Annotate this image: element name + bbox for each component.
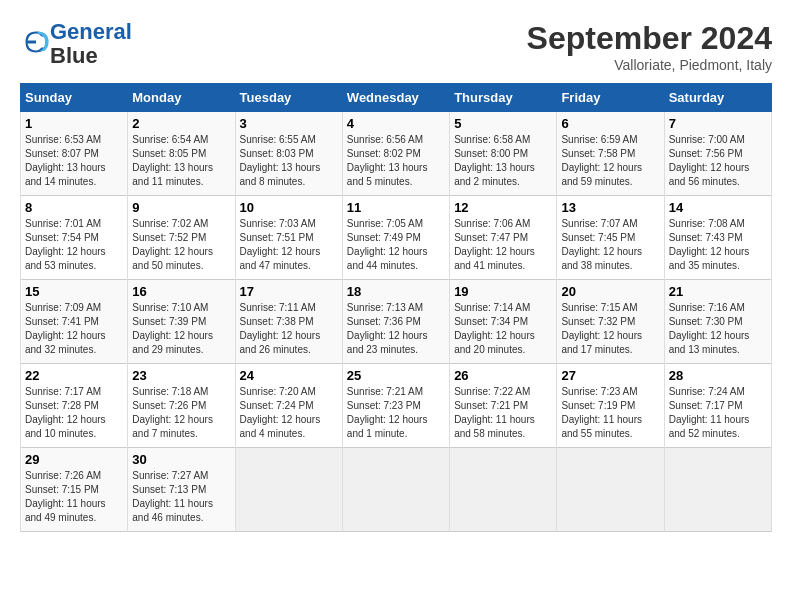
day-info: Sunrise: 6:55 AM Sunset: 8:03 PM Dayligh… [240, 133, 338, 189]
day-number: 1 [25, 116, 123, 131]
day-cell: 20 Sunrise: 7:15 AM Sunset: 7:32 PM Dayl… [557, 280, 664, 364]
day-number: 2 [132, 116, 230, 131]
day-cell: 1 Sunrise: 6:53 AM Sunset: 8:07 PM Dayli… [21, 112, 128, 196]
day-cell: 13 Sunrise: 7:07 AM Sunset: 7:45 PM Dayl… [557, 196, 664, 280]
day-number: 16 [132, 284, 230, 299]
day-cell: 9 Sunrise: 7:02 AM Sunset: 7:52 PM Dayli… [128, 196, 235, 280]
month-title: September 2024 [527, 20, 772, 57]
day-cell: 21 Sunrise: 7:16 AM Sunset: 7:30 PM Dayl… [664, 280, 771, 364]
header-cell-thursday: Thursday [450, 84, 557, 112]
day-info: Sunrise: 7:06 AM Sunset: 7:47 PM Dayligh… [454, 217, 552, 273]
day-info: Sunrise: 7:09 AM Sunset: 7:41 PM Dayligh… [25, 301, 123, 357]
day-cell: 30 Sunrise: 7:27 AM Sunset: 7:13 PM Dayl… [128, 448, 235, 532]
day-info: Sunrise: 7:15 AM Sunset: 7:32 PM Dayligh… [561, 301, 659, 357]
day-info: Sunrise: 7:20 AM Sunset: 7:24 PM Dayligh… [240, 385, 338, 441]
day-info: Sunrise: 7:11 AM Sunset: 7:38 PM Dayligh… [240, 301, 338, 357]
day-cell: 29 Sunrise: 7:26 AM Sunset: 7:15 PM Dayl… [21, 448, 128, 532]
day-number: 5 [454, 116, 552, 131]
day-cell: 14 Sunrise: 7:08 AM Sunset: 7:43 PM Dayl… [664, 196, 771, 280]
header-cell-wednesday: Wednesday [342, 84, 449, 112]
day-number: 28 [669, 368, 767, 383]
day-number: 4 [347, 116, 445, 131]
day-cell: 11 Sunrise: 7:05 AM Sunset: 7:49 PM Dayl… [342, 196, 449, 280]
day-number: 7 [669, 116, 767, 131]
day-info: Sunrise: 7:18 AM Sunset: 7:26 PM Dayligh… [132, 385, 230, 441]
day-info: Sunrise: 7:26 AM Sunset: 7:15 PM Dayligh… [25, 469, 123, 525]
day-cell [450, 448, 557, 532]
day-info: Sunrise: 7:21 AM Sunset: 7:23 PM Dayligh… [347, 385, 445, 441]
day-cell: 15 Sunrise: 7:09 AM Sunset: 7:41 PM Dayl… [21, 280, 128, 364]
day-info: Sunrise: 7:02 AM Sunset: 7:52 PM Dayligh… [132, 217, 230, 273]
logo-icon [22, 28, 50, 56]
day-cell: 2 Sunrise: 6:54 AM Sunset: 8:05 PM Dayli… [128, 112, 235, 196]
day-cell: 19 Sunrise: 7:14 AM Sunset: 7:34 PM Dayl… [450, 280, 557, 364]
day-number: 29 [25, 452, 123, 467]
header-cell-tuesday: Tuesday [235, 84, 342, 112]
page-header: General Blue September 2024 Valloriate, … [20, 20, 772, 73]
day-info: Sunrise: 7:10 AM Sunset: 7:39 PM Dayligh… [132, 301, 230, 357]
day-number: 6 [561, 116, 659, 131]
day-info: Sunrise: 6:56 AM Sunset: 8:02 PM Dayligh… [347, 133, 445, 189]
day-cell [235, 448, 342, 532]
day-info: Sunrise: 7:05 AM Sunset: 7:49 PM Dayligh… [347, 217, 445, 273]
day-number: 12 [454, 200, 552, 215]
day-cell: 22 Sunrise: 7:17 AM Sunset: 7:28 PM Dayl… [21, 364, 128, 448]
day-info: Sunrise: 6:58 AM Sunset: 8:00 PM Dayligh… [454, 133, 552, 189]
day-cell: 16 Sunrise: 7:10 AM Sunset: 7:39 PM Dayl… [128, 280, 235, 364]
week-row-1: 1 Sunrise: 6:53 AM Sunset: 8:07 PM Dayli… [21, 112, 772, 196]
day-cell: 4 Sunrise: 6:56 AM Sunset: 8:02 PM Dayli… [342, 112, 449, 196]
day-cell: 24 Sunrise: 7:20 AM Sunset: 7:24 PM Dayl… [235, 364, 342, 448]
day-info: Sunrise: 7:08 AM Sunset: 7:43 PM Dayligh… [669, 217, 767, 273]
day-cell: 17 Sunrise: 7:11 AM Sunset: 7:38 PM Dayl… [235, 280, 342, 364]
day-number: 14 [669, 200, 767, 215]
header-cell-friday: Friday [557, 84, 664, 112]
day-info: Sunrise: 7:03 AM Sunset: 7:51 PM Dayligh… [240, 217, 338, 273]
day-number: 13 [561, 200, 659, 215]
header-cell-saturday: Saturday [664, 84, 771, 112]
logo-line2: Blue [50, 43, 98, 68]
day-cell: 23 Sunrise: 7:18 AM Sunset: 7:26 PM Dayl… [128, 364, 235, 448]
day-cell: 26 Sunrise: 7:22 AM Sunset: 7:21 PM Dayl… [450, 364, 557, 448]
week-row-3: 15 Sunrise: 7:09 AM Sunset: 7:41 PM Dayl… [21, 280, 772, 364]
title-block: September 2024 Valloriate, Piedmont, Ita… [527, 20, 772, 73]
header-cell-sunday: Sunday [21, 84, 128, 112]
week-row-2: 8 Sunrise: 7:01 AM Sunset: 7:54 PM Dayli… [21, 196, 772, 280]
day-info: Sunrise: 7:07 AM Sunset: 7:45 PM Dayligh… [561, 217, 659, 273]
day-info: Sunrise: 6:54 AM Sunset: 8:05 PM Dayligh… [132, 133, 230, 189]
logo-line1: General [50, 19, 132, 44]
day-info: Sunrise: 7:13 AM Sunset: 7:36 PM Dayligh… [347, 301, 445, 357]
header-cell-monday: Monday [128, 84, 235, 112]
day-number: 22 [25, 368, 123, 383]
day-info: Sunrise: 6:59 AM Sunset: 7:58 PM Dayligh… [561, 133, 659, 189]
week-row-4: 22 Sunrise: 7:17 AM Sunset: 7:28 PM Dayl… [21, 364, 772, 448]
calendar-body: 1 Sunrise: 6:53 AM Sunset: 8:07 PM Dayli… [21, 112, 772, 532]
day-number: 26 [454, 368, 552, 383]
day-number: 3 [240, 116, 338, 131]
day-number: 23 [132, 368, 230, 383]
day-number: 27 [561, 368, 659, 383]
day-cell: 6 Sunrise: 6:59 AM Sunset: 7:58 PM Dayli… [557, 112, 664, 196]
day-number: 24 [240, 368, 338, 383]
header-row: SundayMondayTuesdayWednesdayThursdayFrid… [21, 84, 772, 112]
day-cell [557, 448, 664, 532]
day-number: 9 [132, 200, 230, 215]
day-info: Sunrise: 6:53 AM Sunset: 8:07 PM Dayligh… [25, 133, 123, 189]
day-info: Sunrise: 7:14 AM Sunset: 7:34 PM Dayligh… [454, 301, 552, 357]
day-info: Sunrise: 7:24 AM Sunset: 7:17 PM Dayligh… [669, 385, 767, 441]
day-number: 21 [669, 284, 767, 299]
day-cell: 3 Sunrise: 6:55 AM Sunset: 8:03 PM Dayli… [235, 112, 342, 196]
day-cell: 27 Sunrise: 7:23 AM Sunset: 7:19 PM Dayl… [557, 364, 664, 448]
logo: General Blue [20, 20, 132, 68]
day-info: Sunrise: 7:17 AM Sunset: 7:28 PM Dayligh… [25, 385, 123, 441]
day-cell: 25 Sunrise: 7:21 AM Sunset: 7:23 PM Dayl… [342, 364, 449, 448]
day-info: Sunrise: 7:27 AM Sunset: 7:13 PM Dayligh… [132, 469, 230, 525]
week-row-5: 29 Sunrise: 7:26 AM Sunset: 7:15 PM Dayl… [21, 448, 772, 532]
day-info: Sunrise: 7:22 AM Sunset: 7:21 PM Dayligh… [454, 385, 552, 441]
calendar-header: SundayMondayTuesdayWednesdayThursdayFrid… [21, 84, 772, 112]
day-number: 15 [25, 284, 123, 299]
day-cell: 28 Sunrise: 7:24 AM Sunset: 7:17 PM Dayl… [664, 364, 771, 448]
day-number: 8 [25, 200, 123, 215]
day-cell: 5 Sunrise: 6:58 AM Sunset: 8:00 PM Dayli… [450, 112, 557, 196]
day-info: Sunrise: 7:23 AM Sunset: 7:19 PM Dayligh… [561, 385, 659, 441]
day-info: Sunrise: 7:00 AM Sunset: 7:56 PM Dayligh… [669, 133, 767, 189]
